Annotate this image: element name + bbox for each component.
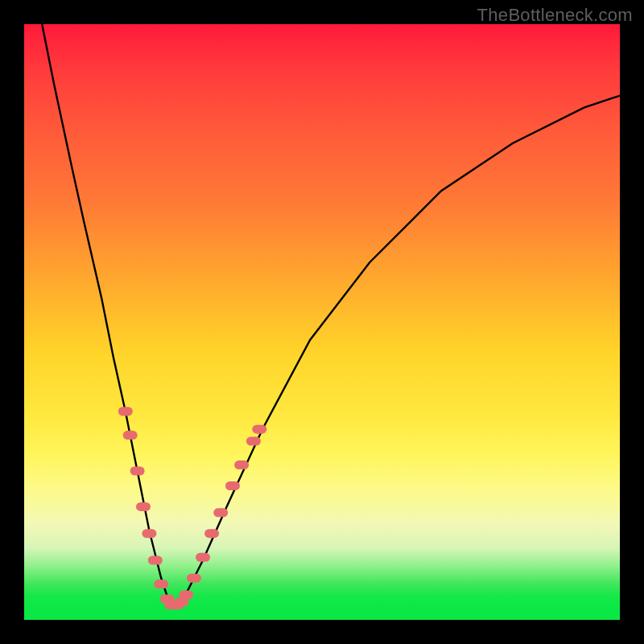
curve-marker <box>225 481 240 490</box>
curve-marker <box>196 553 210 562</box>
curve-marker <box>118 407 133 416</box>
curve-marker <box>213 508 228 517</box>
bottleneck-curve <box>42 24 620 605</box>
curve-marker <box>123 431 138 440</box>
watermark-text: TheBottleneck.com <box>477 5 633 26</box>
curve-marker <box>179 590 193 599</box>
curve-marker <box>130 467 145 476</box>
curve-marker <box>154 580 168 588</box>
curve-markers <box>118 407 266 610</box>
curve-marker <box>187 574 201 583</box>
curve-marker <box>148 556 163 565</box>
chart-frame: TheBottleneck.com <box>0 0 644 644</box>
curve-marker <box>246 437 261 446</box>
plot-area <box>24 24 620 620</box>
curve-svg <box>24 24 620 620</box>
curve-marker <box>142 529 156 538</box>
curve-marker <box>204 529 219 538</box>
curve-marker <box>136 502 151 511</box>
curve-marker <box>234 460 249 469</box>
curve-marker <box>252 425 266 434</box>
